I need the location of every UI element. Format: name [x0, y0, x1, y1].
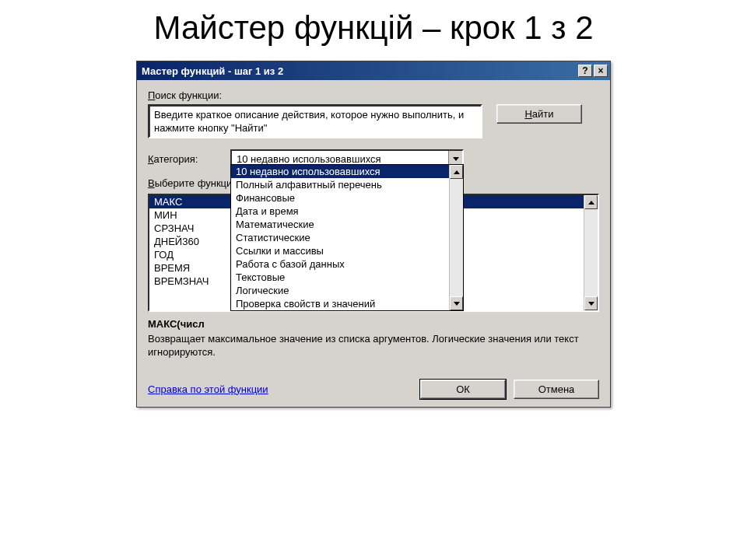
page-heading: Майстер функцій – крок 1 з 2 [0, 9, 747, 47]
dropdown-item[interactable]: Статистические [231, 231, 449, 244]
find-button[interactable]: Найти [496, 104, 582, 124]
chevron-up-icon [588, 201, 594, 205]
help-icon: ? [582, 65, 587, 76]
chevron-down-icon [453, 157, 459, 161]
dropdown-item[interactable]: Логические [231, 284, 449, 297]
dropdown-item[interactable]: Финансовые [231, 191, 449, 205]
dropdown-item[interactable]: Полный алфавитный перечень [231, 178, 449, 191]
dropdown-item[interactable]: Дата и время [231, 205, 449, 218]
dropdown-item[interactable]: Текстовые [231, 271, 449, 284]
scroll-up-button[interactable] [450, 165, 463, 179]
scrollbar[interactable] [584, 195, 598, 310]
dropdown-item[interactable]: 10 недавно использовавшихся [231, 165, 449, 178]
dropdown-item[interactable]: Ссылки и массивы [231, 244, 449, 257]
scroll-up-button[interactable] [584, 195, 598, 209]
search-label: Поиск функции: [148, 89, 599, 101]
close-icon: × [598, 65, 603, 76]
scroll-track[interactable] [450, 179, 463, 296]
chevron-up-icon [454, 170, 460, 174]
function-signature: МАКС(числ [148, 318, 599, 330]
scroll-down-button[interactable] [584, 296, 598, 310]
dialog-title: Мастер функций - шаг 1 из 2 [142, 65, 577, 77]
dropdown-item[interactable]: Математические [231, 218, 449, 231]
chevron-down-icon [588, 302, 594, 306]
ok-button[interactable]: ОК [420, 380, 506, 399]
function-description: Возвращает максимальное значение из спис… [148, 333, 599, 359]
help-button[interactable]: ? [578, 65, 592, 77]
dropdown-scrollbar[interactable] [449, 165, 463, 310]
category-label: Категория: [148, 153, 227, 165]
category-selected-text: 10 недавно использовавшихся [232, 153, 448, 165]
scroll-down-button[interactable] [450, 296, 463, 310]
function-wizard-dialog: Мастер функций - шаг 1 из 2 ? × Поиск фу… [136, 61, 611, 408]
titlebar: Мастер функций - шаг 1 из 2 ? × [137, 61, 610, 80]
dropdown-item[interactable]: Работа с базой данных [231, 257, 449, 271]
dropdown-item[interactable]: Проверка свойств и значений [231, 297, 449, 310]
category-dropdown[interactable]: 10 недавно использовавшихсяПолный алфави… [230, 164, 464, 311]
close-button[interactable]: × [594, 65, 608, 77]
scroll-track[interactable] [584, 209, 598, 296]
help-link[interactable]: Справка по этой функции [148, 383, 412, 395]
search-input[interactable]: Введите краткое описание действия, котор… [148, 104, 482, 138]
cancel-button[interactable]: Отмена [514, 380, 599, 399]
chevron-down-icon [454, 302, 460, 306]
